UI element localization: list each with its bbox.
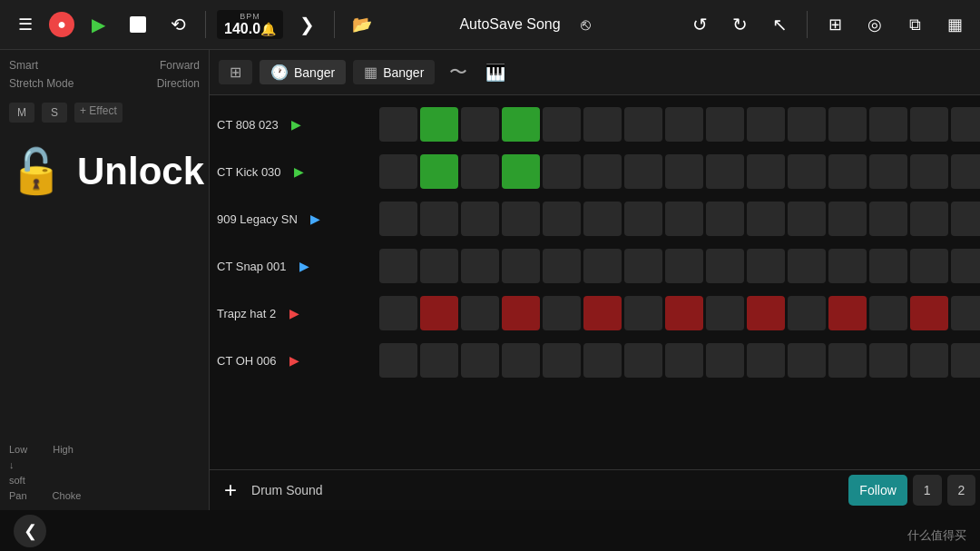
beat-cell[interactable] bbox=[828, 107, 867, 142]
beat-cell[interactable] bbox=[828, 296, 867, 330]
beat-cell[interactable] bbox=[624, 107, 662, 142]
redo-button[interactable]: ↻ bbox=[723, 8, 756, 41]
track-play-button[interactable]: ▶ bbox=[284, 349, 306, 371]
page2-button[interactable]: 2 bbox=[947, 475, 976, 506]
beat-cell[interactable] bbox=[910, 343, 948, 378]
beat-cell[interactable] bbox=[788, 249, 826, 283]
track-play-button[interactable]: ▶ bbox=[305, 208, 327, 230]
beat-cell[interactable] bbox=[543, 249, 581, 283]
beat-cell[interactable] bbox=[583, 107, 622, 142]
beat-cell[interactable] bbox=[747, 202, 785, 236]
beat-cell[interactable] bbox=[543, 202, 581, 236]
beat-cell[interactable] bbox=[747, 343, 785, 378]
beat-cell[interactable] bbox=[869, 107, 907, 142]
beat-cell[interactable] bbox=[420, 343, 458, 378]
folder-button[interactable]: 📂 bbox=[346, 8, 378, 41]
solo-button[interactable]: S bbox=[42, 103, 67, 123]
beat-cell[interactable] bbox=[788, 107, 826, 142]
beat-cell[interactable] bbox=[828, 154, 867, 189]
beat-cell[interactable] bbox=[665, 296, 703, 330]
beat-cell[interactable] bbox=[665, 202, 703, 236]
beat-cell[interactable] bbox=[624, 202, 662, 236]
beat-cell[interactable] bbox=[828, 249, 867, 283]
track-play-button[interactable]: ▶ bbox=[289, 161, 310, 182]
beat-cell[interactable] bbox=[502, 154, 540, 189]
beat-cell[interactable] bbox=[951, 202, 980, 236]
panel-tab-banger2[interactable]: ▦ Banger bbox=[353, 60, 435, 84]
beat-cell[interactable] bbox=[951, 343, 980, 378]
beat-cell[interactable] bbox=[706, 107, 744, 142]
beat-cell[interactable] bbox=[624, 343, 662, 378]
beat-cell[interactable] bbox=[624, 154, 662, 189]
grid-view-button[interactable]: ⊞ bbox=[818, 8, 851, 41]
bpm-display[interactable]: BPM 140.0🔔 bbox=[217, 10, 283, 39]
beat-cell[interactable] bbox=[379, 343, 417, 378]
layout-button[interactable]: ▦ bbox=[938, 8, 971, 41]
beat-cell[interactable] bbox=[665, 107, 703, 142]
beat-cell[interactable] bbox=[910, 154, 948, 189]
beat-cell[interactable] bbox=[869, 343, 907, 378]
beat-cell[interactable] bbox=[788, 154, 826, 189]
undo-button[interactable]: ↺ bbox=[683, 8, 716, 41]
unlock-area[interactable]: 🔓 Unlock bbox=[9, 146, 200, 197]
follow-button[interactable]: Follow bbox=[848, 475, 906, 506]
mute-button[interactable]: M bbox=[9, 103, 34, 123]
beat-cell[interactable] bbox=[910, 249, 948, 283]
beat-cell[interactable] bbox=[706, 154, 744, 189]
beat-cell[interactable] bbox=[502, 343, 540, 378]
beat-cell[interactable] bbox=[461, 202, 499, 236]
beat-cell[interactable] bbox=[379, 296, 417, 330]
beat-cell[interactable] bbox=[583, 343, 622, 378]
beat-cell[interactable] bbox=[379, 107, 417, 142]
page1-button[interactable]: 1 bbox=[913, 475, 942, 506]
beat-cell[interactable] bbox=[420, 107, 458, 142]
beat-cell[interactable] bbox=[502, 202, 540, 236]
beat-cell[interactable] bbox=[747, 249, 785, 283]
cursor-button[interactable]: ↖ bbox=[763, 8, 796, 41]
beat-cell[interactable] bbox=[951, 296, 980, 330]
mixer-button[interactable]: ⧉ bbox=[898, 8, 931, 41]
stop-button[interactable] bbox=[122, 8, 154, 41]
beat-cell[interactable] bbox=[951, 154, 980, 189]
beat-cell[interactable] bbox=[910, 202, 948, 236]
beat-cell[interactable] bbox=[543, 343, 581, 378]
beat-cell[interactable] bbox=[379, 202, 417, 236]
beat-cell[interactable] bbox=[828, 343, 867, 378]
piano-icon-button[interactable]: 🎹 bbox=[482, 59, 509, 86]
beat-cell[interactable] bbox=[665, 249, 703, 283]
beat-cell[interactable] bbox=[379, 249, 417, 283]
beat-cell[interactable] bbox=[747, 154, 785, 189]
beat-cell[interactable] bbox=[420, 202, 458, 236]
beat-cell[interactable] bbox=[828, 202, 867, 236]
track-play-button[interactable]: ▶ bbox=[293, 255, 315, 277]
beat-cell[interactable] bbox=[543, 296, 581, 330]
beat-cell[interactable] bbox=[502, 296, 540, 330]
beat-cell[interactable] bbox=[869, 202, 907, 236]
track-play-button[interactable]: ▶ bbox=[283, 302, 305, 324]
beat-cell[interactable] bbox=[869, 249, 907, 283]
beat-cell[interactable] bbox=[420, 249, 458, 283]
beat-cell[interactable] bbox=[706, 249, 744, 283]
beat-cell[interactable] bbox=[583, 202, 622, 236]
beat-cell[interactable] bbox=[624, 296, 662, 330]
beat-cell[interactable] bbox=[869, 296, 907, 330]
beat-cell[interactable] bbox=[788, 343, 826, 378]
beat-cell[interactable] bbox=[951, 107, 980, 142]
track-play-button[interactable]: ▶ bbox=[286, 113, 308, 135]
beat-cell[interactable] bbox=[910, 107, 948, 142]
beat-cell[interactable] bbox=[502, 249, 540, 283]
beat-cell[interactable] bbox=[910, 296, 948, 330]
beat-cell[interactable] bbox=[461, 296, 499, 330]
beat-cell[interactable] bbox=[543, 154, 581, 189]
add-drum-sound-button[interactable]: + bbox=[219, 477, 242, 503]
beat-cell[interactable] bbox=[461, 154, 499, 189]
beat-cell[interactable] bbox=[420, 296, 458, 330]
share-button[interactable]: ⎋ bbox=[570, 8, 603, 41]
beat-cell[interactable] bbox=[583, 154, 622, 189]
play-button[interactable]: ▶ bbox=[82, 8, 114, 41]
record-button[interactable]: ● bbox=[49, 12, 74, 37]
beat-cell[interactable] bbox=[624, 249, 662, 283]
beat-cell[interactable] bbox=[788, 296, 826, 330]
menu-button[interactable]: ☰ bbox=[9, 8, 42, 41]
eye-button[interactable]: ◎ bbox=[858, 8, 891, 41]
